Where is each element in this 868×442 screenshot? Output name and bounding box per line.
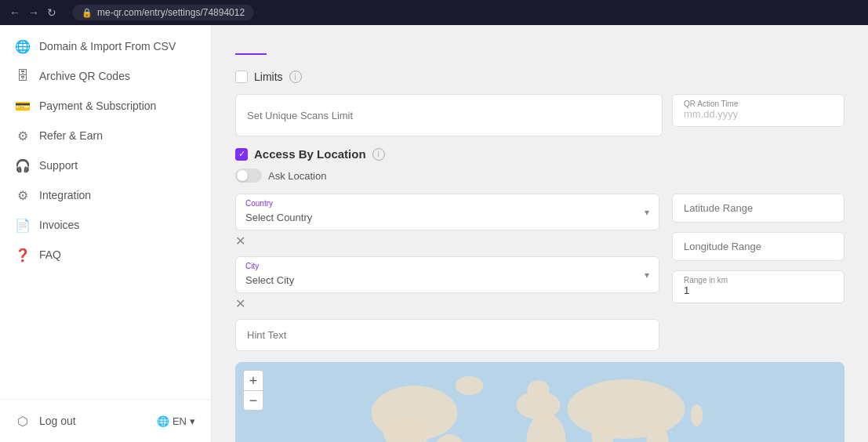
lock-icon: 🔒 [82,8,93,18]
tab-bar [235,41,844,55]
sidebar-label-domain: Domain & Import From CSV [39,40,176,53]
refer-icon: ⚙ [16,129,30,143]
qr-action-field: QR Action Time mm.dd.yyyy [672,94,844,127]
city-value[interactable]: Select City [236,257,659,292]
location-left: Country Select Country ▾ ✕ City Select C… [235,194,659,351]
qr-action-wrapper: QR Action Time mm.dd.yyyy [672,94,844,136]
country-clear-button[interactable]: ✕ [235,234,245,248]
main-layout: 🌐 Domain & Import From CSV 🗄 Archive QR … [0,25,868,442]
sidebar-item-refer[interactable]: ⚙ Refer & Earn [0,121,211,150]
support-icon: 🎧 [16,158,30,172]
sidebar-item-archive[interactable]: 🗄 Archive QR Codes [0,61,211,91]
sidebar-item-payment[interactable]: 💳 Payment & Subscription [0,91,211,121]
language-label: EN [173,415,187,427]
svg-point-9 [691,404,703,426]
access-location-title: Access By Location [254,147,366,161]
sidebar: 🌐 Domain & Import From CSV 🗄 Archive QR … [0,25,212,442]
invoices-icon: 📄 [16,218,30,232]
sidebar-item-invoices[interactable]: 📄 Invoices [0,210,211,240]
world-map [235,362,844,442]
content-area: Limits i QR Action Time mm.dd.yyyy Acces… [212,25,868,442]
browser-bar: ← → ↻ 🔒 me-qr.com/entry/settings/7489401… [0,0,868,25]
longitude-range-input[interactable] [672,232,844,261]
sidebar-item-integration[interactable]: ⚙ Integration [0,180,211,210]
reload-button[interactable]: ↻ [47,6,56,19]
qr-action-label: QR Action Time [684,100,833,108]
domain-icon: 🌐 [16,39,30,53]
sidebar-bottom: ⬡ Log out 🌐 EN ▾ [0,399,211,436]
access-location-info-icon[interactable]: i [372,148,385,161]
limits-row: Limits i [235,71,844,83]
sidebar-item-faq[interactable]: ❓ FAQ [0,240,211,270]
city-select[interactable]: City Select City ▾ [235,256,659,293]
sidebar-label-logout: Log out [39,415,76,427]
faq-icon: ❓ [16,248,30,262]
limits-checkbox[interactable] [235,71,248,83]
location-right: Range in km 1 [672,194,844,351]
country-select[interactable]: Country Select Country ▾ [235,194,659,230]
sidebar-label-invoices: Invoices [39,219,79,231]
language-selector[interactable]: 🌐 EN ▾ [157,415,195,427]
map-zoom-controls: + − [243,370,263,411]
range-km-field: Range in km 1 [672,270,844,303]
sidebar-label-faq: FAQ [39,248,61,261]
url-bar[interactable]: 🔒 me-qr.com/entry/settings/74894012 [72,5,254,20]
city-chevron-icon: ▾ [645,270,649,281]
access-location-checkbox[interactable] [235,148,248,161]
map-container: + − [235,362,844,442]
sidebar-label-payment: Payment & Subscription [39,100,156,112]
logout-icon: ⬡ [16,414,30,428]
zoom-in-button[interactable]: + [243,370,263,390]
nav-icons[interactable]: ← → ↻ [9,6,63,19]
city-label: City [245,262,259,270]
integration-icon: ⚙ [16,188,30,202]
country-label: Country [245,199,273,208]
forward-button[interactable]: → [28,6,39,19]
chevron-down-icon: ▾ [190,415,195,427]
svg-point-12 [528,380,550,399]
sidebar-label-archive: Archive QR Codes [39,70,130,82]
limits-inputs-row: QR Action Time mm.dd.yyyy [235,94,844,136]
sidebar-item-support[interactable]: 🎧 Support [0,150,211,180]
sidebar-item-domain[interactable]: 🌐 Domain & Import From CSV [0,31,211,61]
ask-location-toggle[interactable] [235,168,262,183]
sidebar-label-integration: Integration [39,189,91,201]
limits-label: Limits [254,71,283,83]
archive-icon: 🗄 [16,69,30,83]
sidebar-label-refer: Refer & Earn [39,129,103,142]
city-clear-button[interactable]: ✕ [235,296,245,311]
tab-active[interactable] [235,41,267,55]
svg-point-6 [568,379,685,439]
range-km-value: 1 [684,284,833,296]
access-location-header: Access By Location i [235,147,844,161]
limits-info-icon[interactable]: i [289,71,302,83]
sidebar-label-support: Support [39,159,78,172]
payment-icon: 💳 [16,99,30,113]
hint-text-input[interactable] [235,319,659,351]
svg-point-8 [456,376,484,395]
url-text: me-qr.com/entry/settings/74894012 [97,7,245,18]
latitude-range-input[interactable] [672,194,844,223]
location-inputs: Country Select Country ▾ ✕ City Select C… [235,194,844,351]
country-value[interactable]: Select Country [236,194,659,230]
sidebar-item-logout[interactable]: ⬡ Log out 🌐 EN ▾ [0,406,211,436]
unique-scans-input[interactable] [235,94,663,136]
ask-location-row: Ask Location [235,168,844,183]
country-chevron-icon: ▾ [645,207,649,218]
back-button[interactable]: ← [9,6,20,19]
qr-action-value: mm.dd.yyyy [684,108,833,120]
ask-location-label: Ask Location [268,170,326,182]
zoom-out-button[interactable]: − [243,390,263,411]
range-km-label: Range in km [684,276,833,284]
globe-icon: 🌐 [157,415,169,427]
